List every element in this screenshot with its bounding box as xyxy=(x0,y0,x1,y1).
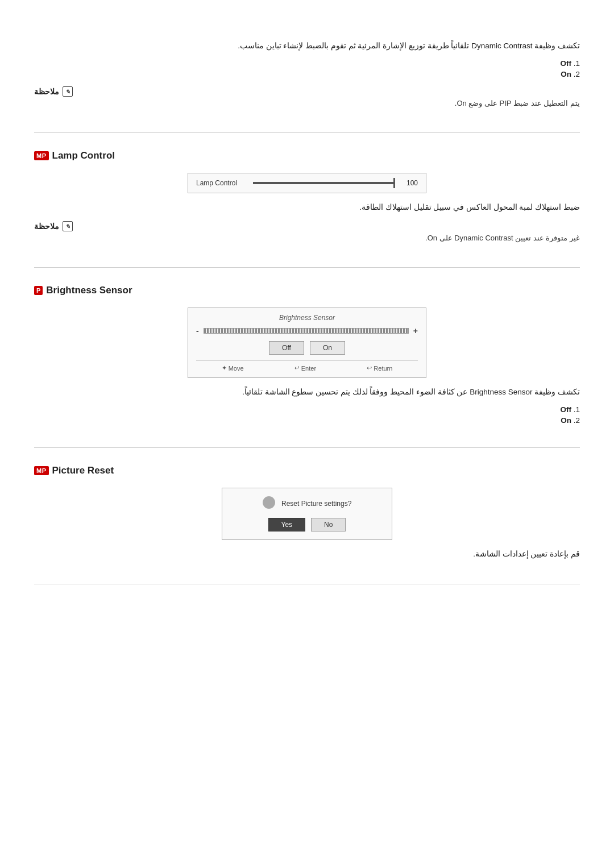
brightness-minus-button[interactable]: - xyxy=(196,326,199,335)
brightness-sensor-title: Brightness Sensor xyxy=(46,285,132,296)
picture-reset-title: Picture Reset xyxy=(52,465,114,476)
picture-reset-section: Picture Reset MP Reset Picture settings?… xyxy=(34,448,580,585)
dynamic-contrast-note: ✎ ملاحظة يتم التعطيل عند ضبط PIP على وضع… xyxy=(34,86,580,107)
lamp-control-section: Lamp Control MP Lamp Control 100 ضبط است… xyxy=(34,133,580,268)
reset-question: Reset Picture settings? xyxy=(281,500,351,508)
brightness-sensor-list: 1. Off 2. On xyxy=(34,405,580,425)
list-item-off: 1. Off xyxy=(34,59,580,68)
lamp-control-badge: MP xyxy=(34,151,49,160)
return-icon: ↩ xyxy=(367,364,372,372)
note-icon: ✎ xyxy=(63,86,73,97)
picture-reset-widget: Reset Picture settings? Yes No xyxy=(222,488,392,540)
reset-yes-button[interactable]: Yes xyxy=(268,518,306,531)
brightness-list-item-on: 2. On xyxy=(34,416,580,425)
brightness-sensor-badge: P xyxy=(34,286,43,295)
dynamic-contrast-description: تكشف وظيفة Dynamic Contrast تلقائياً طري… xyxy=(34,40,580,52)
list-item-on: 2. On xyxy=(34,70,580,78)
lamp-control-description: ضبط استهلاك لمبة المحول العاكس في سبيل ت… xyxy=(34,201,580,214)
reset-no-button[interactable]: No xyxy=(311,518,346,531)
note-title-label: ملاحظة xyxy=(34,87,59,96)
brightness-sensor-header: Brightness Sensor P xyxy=(34,285,580,296)
lamp-slider-value: 100 xyxy=(401,179,418,187)
nav-return: ↩ Return xyxy=(367,364,392,372)
brightness-mode-buttons: Off On xyxy=(196,341,418,355)
lamp-control-title: Lamp Control xyxy=(52,150,115,161)
nav-enter: ↵ Enter xyxy=(294,364,316,372)
brightness-widget-title: Brightness Sensor xyxy=(196,314,418,322)
picture-reset-header: Picture Reset MP xyxy=(34,465,580,476)
brightness-sensor-description: تكشف وظيفة Brightness Sensor عن كثافة ال… xyxy=(34,386,580,398)
note-text: يتم التعطيل عند ضبط PIP على وضع On. xyxy=(34,99,580,107)
lamp-control-header: Lamp Control MP xyxy=(34,150,580,161)
brightness-on-button[interactable]: On xyxy=(310,341,345,355)
reset-circle-icon xyxy=(263,496,275,509)
picture-reset-badge: MP xyxy=(34,466,49,475)
note-text-lamp: غير متوفرة عند تعيين Dynamic Contrast عل… xyxy=(34,234,580,242)
lamp-slider-thumb[interactable] xyxy=(393,178,395,188)
brightness-sensor-widget: Brightness Sensor - + Off On ✦ Move ↵ En… xyxy=(188,308,426,378)
lamp-slider-track[interactable] xyxy=(253,182,395,184)
move-icon: ✦ xyxy=(222,364,227,372)
lamp-control-note: ✎ ملاحظة غير متوفرة عند تعيين Dynamic Co… xyxy=(34,221,580,242)
reset-buttons: Yes No xyxy=(234,518,380,531)
brightness-bar-row: - + xyxy=(196,326,418,335)
lamp-control-widget-label: Lamp Control xyxy=(196,179,247,187)
note-icon-lamp: ✎ xyxy=(63,221,73,231)
lamp-control-widget: Lamp Control 100 xyxy=(188,173,426,193)
brightness-sensor-section: Brightness Sensor P Brightness Sensor - … xyxy=(34,268,580,448)
brightness-bar xyxy=(204,328,409,334)
reset-question-row: Reset Picture settings? xyxy=(234,496,380,512)
dynamic-contrast-section: تكشف وظيفة Dynamic Contrast تلقائياً طري… xyxy=(34,23,580,133)
brightness-nav: ✦ Move ↵ Enter ↩ Return xyxy=(196,360,418,372)
nav-move: ✦ Move xyxy=(222,364,244,372)
brightness-list-item-off: 1. Off xyxy=(34,405,580,414)
brightness-off-button[interactable]: Off xyxy=(269,341,304,355)
enter-icon: ↵ xyxy=(294,364,300,372)
picture-reset-description: قم بإعادة تعيين إعدادات الشاشة. xyxy=(34,548,580,560)
dynamic-contrast-list: 1. Off 2. On xyxy=(34,59,580,78)
brightness-plus-button[interactable]: + xyxy=(413,326,418,335)
note-title-lamp: ملاحظة xyxy=(34,222,59,231)
